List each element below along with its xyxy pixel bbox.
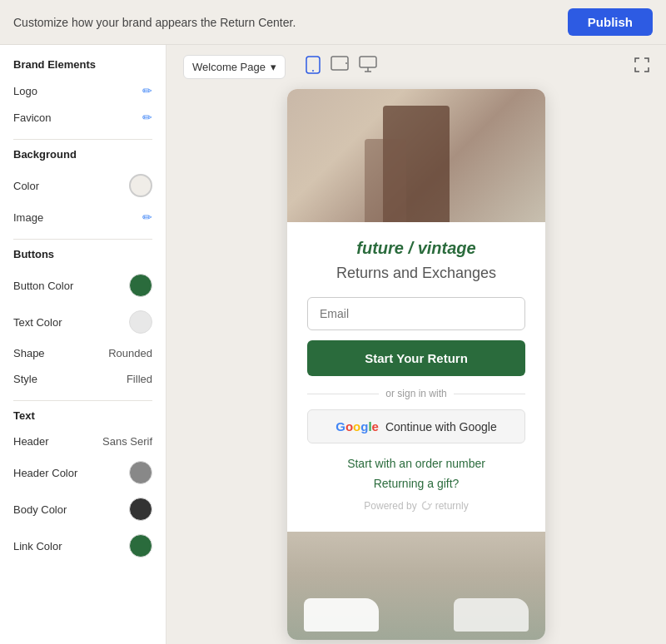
divider-1 bbox=[13, 139, 152, 140]
bg-image-row: Image ✏ bbox=[0, 204, 166, 230]
google-button[interactable]: Google Continue with Google bbox=[307, 409, 525, 443]
card-heading: Returns and Exchanges bbox=[307, 265, 525, 282]
header-row: Header Sans Serif bbox=[0, 429, 166, 454]
text-color-row: Text Color bbox=[0, 304, 166, 340]
hero-image-bottom bbox=[287, 532, 545, 640]
favicon-label: Favicon bbox=[13, 111, 52, 124]
body-color-row: Body Color bbox=[0, 491, 166, 528]
header-color-swatch[interactable] bbox=[129, 461, 152, 484]
bg-image-edit-icon[interactable]: ✏ bbox=[142, 211, 152, 224]
text-title: Text bbox=[0, 409, 166, 429]
background-title: Background bbox=[0, 148, 166, 167]
logo-label: Logo bbox=[13, 85, 37, 97]
desktop-icon[interactable] bbox=[359, 56, 377, 78]
returnly-brand: returnly bbox=[435, 500, 469, 512]
expand-icon[interactable] bbox=[634, 57, 649, 77]
link-color-label: Link Color bbox=[13, 540, 62, 552]
page-selector[interactable]: Welcome Page ▾ bbox=[183, 55, 286, 79]
shape-row: Shape Rounded bbox=[0, 340, 166, 366]
powered-by-text: Powered by bbox=[364, 500, 416, 512]
or-text: or sign in with bbox=[385, 388, 446, 399]
style-value: Filled bbox=[127, 373, 152, 385]
brand-name: future / vintage bbox=[307, 239, 525, 258]
returnly-icon bbox=[420, 500, 432, 512]
returning-gift-link[interactable]: Returning a gift? bbox=[307, 477, 525, 490]
text-color-swatch[interactable] bbox=[129, 310, 152, 334]
hero-image-top bbox=[287, 89, 545, 222]
body-color-label: Body Color bbox=[13, 503, 67, 516]
bg-color-swatch[interactable] bbox=[129, 174, 152, 197]
left-panel: Brand Elements Logo ✏ Favicon ✏ Backgrou… bbox=[0, 45, 166, 644]
publish-button[interactable]: Publish bbox=[568, 8, 653, 36]
favicon-row: Favicon ✏ bbox=[0, 104, 166, 131]
svg-rect-4 bbox=[360, 57, 376, 67]
bg-image-label: Image bbox=[13, 211, 43, 224]
button-color-swatch[interactable] bbox=[129, 274, 152, 297]
logo-edit-icon[interactable]: ✏ bbox=[142, 84, 152, 97]
shape-value: Rounded bbox=[108, 347, 152, 359]
or-line-left bbox=[307, 394, 379, 394]
bg-color-label: Color bbox=[13, 180, 39, 192]
preview-area: future / vintage Returns and Exchanges S… bbox=[166, 89, 666, 644]
google-g-icon: Google bbox=[335, 419, 379, 433]
google-btn-label: Continue with Google bbox=[385, 420, 497, 433]
header-color-label: Header Color bbox=[13, 467, 77, 479]
right-panel: Welcome Page ▾ bbox=[166, 45, 666, 644]
divider-2 bbox=[13, 239, 152, 240]
link-color-row: Link Color bbox=[0, 528, 166, 564]
divider-3 bbox=[13, 400, 152, 401]
header-color-row: Header Color bbox=[0, 454, 166, 491]
header-value: Sans Serif bbox=[102, 435, 152, 448]
brand-elements-title: Brand Elements bbox=[0, 58, 166, 77]
style-label: Style bbox=[13, 373, 37, 385]
preview-toolbar: Welcome Page ▾ bbox=[166, 45, 666, 89]
phone-preview: future / vintage Returns and Exchanges S… bbox=[287, 89, 545, 640]
mobile-icon[interactable] bbox=[306, 56, 321, 78]
link-color-swatch[interactable] bbox=[129, 534, 152, 557]
email-input[interactable] bbox=[307, 297, 525, 330]
buttons-title: Buttons bbox=[0, 248, 166, 267]
or-divider: or sign in with bbox=[307, 388, 525, 399]
style-row: Style Filled bbox=[0, 366, 166, 392]
text-color-label: Text Color bbox=[13, 316, 62, 329]
tablet-icon[interactable] bbox=[331, 56, 349, 78]
body-color-swatch[interactable] bbox=[129, 498, 152, 521]
svg-point-3 bbox=[345, 62, 347, 64]
button-color-row: Button Color bbox=[0, 267, 166, 304]
or-line-right bbox=[454, 394, 525, 394]
top-bar-description: Customize how your brand appears the Ret… bbox=[13, 16, 296, 29]
card-content: future / vintage Returns and Exchanges S… bbox=[287, 222, 545, 532]
powered-by: Powered by returnly bbox=[307, 500, 525, 512]
device-icons bbox=[306, 56, 377, 78]
logo-row: Logo ✏ bbox=[0, 77, 166, 104]
top-bar: Customize how your brand appears the Ret… bbox=[0, 0, 666, 45]
start-return-button[interactable]: Start Your Return bbox=[307, 340, 525, 376]
shape-label: Shape bbox=[13, 347, 45, 359]
chevron-down-icon: ▾ bbox=[271, 61, 276, 73]
button-color-label: Button Color bbox=[13, 280, 73, 292]
favicon-edit-icon[interactable]: ✏ bbox=[142, 111, 152, 124]
svg-point-1 bbox=[312, 70, 314, 72]
main-layout: Brand Elements Logo ✏ Favicon ✏ Backgrou… bbox=[0, 45, 666, 644]
page-selector-label: Welcome Page bbox=[192, 61, 266, 73]
bg-color-row: Color bbox=[0, 167, 166, 204]
header-label: Header bbox=[13, 435, 49, 448]
order-number-link[interactable]: Start with an order number bbox=[307, 457, 525, 470]
